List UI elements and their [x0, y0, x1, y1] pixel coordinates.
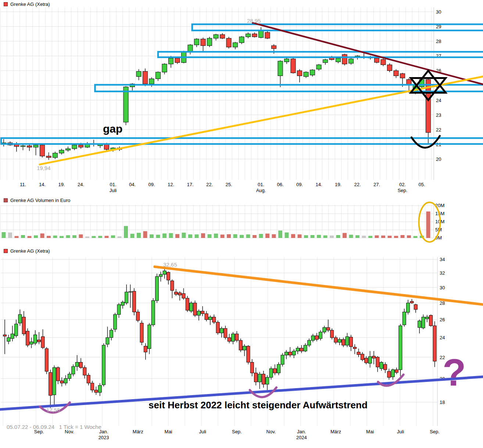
candle-body — [79, 145, 83, 147]
weekly-x-tick: Mai — [165, 429, 172, 434]
volume-bar — [291, 234, 295, 238]
daily-y-tick: 30 — [436, 9, 441, 15]
weekly-y-tick: 30 — [440, 285, 445, 290]
volume-bar — [394, 236, 398, 238]
volume-bar — [169, 233, 173, 238]
candle-body — [190, 303, 193, 311]
daily-x-tick: 01. — [258, 182, 264, 187]
candle-body — [156, 72, 161, 79]
candle-body — [53, 368, 56, 395]
volume-bar — [118, 236, 122, 238]
candle-body — [83, 368, 86, 375]
daily-x-tick: 09. — [296, 182, 303, 187]
weekly-x-tick: Nov. — [266, 429, 276, 434]
candle-body — [163, 271, 166, 275]
uptrend-note: seit Herbst 2022 leicht steigender Aufwä… — [149, 400, 368, 411]
daily-low-annotation: 19,94 — [37, 165, 51, 171]
daily-x-tick: 19. — [58, 182, 65, 187]
daily-x-tick: 19. — [335, 182, 341, 187]
weekly-x-tick: Juli — [199, 429, 206, 434]
candle-body — [98, 385, 101, 392]
volume-bar — [285, 232, 289, 238]
volume-bar — [15, 236, 19, 238]
candle-body — [49, 372, 52, 395]
candle-body — [169, 58, 173, 64]
candle-body — [254, 373, 258, 382]
volume-bar — [150, 234, 154, 238]
candle-body — [285, 59, 289, 62]
candle-body — [30, 342, 33, 344]
candle-body — [381, 59, 386, 65]
candle-body — [235, 334, 239, 340]
candle-body — [310, 70, 315, 75]
candle-body — [72, 366, 75, 374]
daily-y-tick: 23 — [436, 112, 441, 118]
candle-body — [60, 381, 64, 383]
candle-body — [224, 328, 227, 337]
daily-grid — [0, 7, 434, 180]
candle-body — [149, 79, 154, 84]
volume-bar — [221, 235, 225, 238]
candle-body — [59, 150, 64, 153]
candle-body — [323, 328, 326, 332]
volume-bar — [246, 234, 250, 238]
weekly-x-tick-year: 2023 — [99, 435, 109, 440]
daily-x-tick: 24. — [78, 182, 84, 187]
candle-body — [72, 145, 77, 149]
weekly-x-tick: Juli — [397, 429, 404, 434]
weekly-high-annotation: 32,65 — [163, 261, 177, 268]
volume-bar — [336, 235, 340, 238]
candle-body — [45, 348, 48, 371]
candle-body — [265, 32, 270, 38]
volume-bar — [47, 236, 51, 238]
candle-body — [425, 317, 429, 319]
candle-body — [194, 39, 199, 45]
candle-body — [414, 304, 417, 309]
candle-body — [205, 314, 208, 319]
candle-body — [178, 293, 182, 295]
candle-body — [104, 144, 109, 149]
volume-bar — [34, 235, 38, 238]
weekly-panel-title: Grenke AG (Xetra) — [4, 248, 50, 254]
volume-bar — [40, 234, 44, 238]
candle-body — [129, 292, 132, 292]
volume-bar — [426, 212, 430, 238]
candle-body — [188, 45, 193, 51]
volume-bar — [28, 236, 32, 238]
volume-bar — [362, 236, 366, 238]
candle-body — [259, 31, 264, 37]
candle-body — [395, 370, 398, 372]
candle-body — [384, 364, 387, 370]
candle-body — [334, 337, 337, 342]
candle-body — [410, 301, 414, 303]
support-resistance-zone — [1, 138, 483, 144]
candle-body — [114, 314, 117, 329]
candle-body — [342, 54, 347, 64]
candle-body — [228, 337, 231, 341]
candle-body — [323, 59, 328, 62]
candle-body — [220, 35, 225, 38]
candle-body — [144, 346, 147, 352]
volume-bar — [298, 234, 302, 238]
daily-x-tick: 14. — [39, 182, 46, 187]
weekly-y-tick: 18 — [440, 400, 445, 405]
candle-body — [66, 149, 71, 150]
daily-x-tick: 06. — [277, 182, 283, 187]
candle-body — [226, 38, 231, 47]
candle-body — [121, 302, 124, 306]
volume-bar — [278, 231, 282, 238]
candle-body — [91, 383, 94, 390]
candle-body — [212, 317, 216, 322]
daily-x-tick-month: Sep. — [398, 188, 408, 193]
candle-body — [207, 38, 212, 46]
candle-body — [125, 292, 128, 303]
volume-panel-title: Grenke AG Volumen in Euro — [4, 198, 70, 203]
candle-body — [136, 312, 140, 321]
candle-body — [37, 340, 41, 342]
volume-bar — [349, 235, 353, 238]
candle-body — [171, 281, 174, 290]
candle-body — [319, 332, 322, 339]
daily-x-tick: 04. — [129, 182, 136, 187]
weekly-candles — [3, 268, 437, 408]
volume-bar — [259, 234, 263, 238]
